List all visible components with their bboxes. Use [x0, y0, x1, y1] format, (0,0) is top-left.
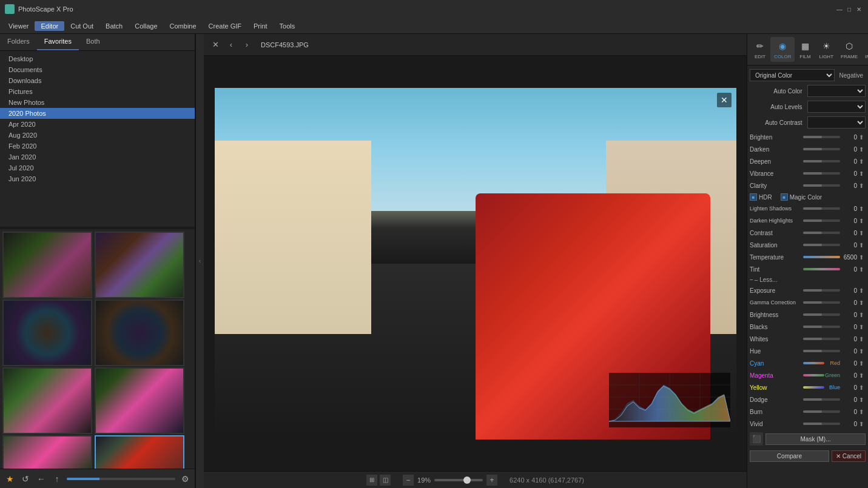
darken-track[interactable] — [803, 148, 840, 150]
saturation-arrow[interactable]: ⬆ — [857, 242, 866, 249]
settings-button[interactable]: ⚙ — [179, 473, 191, 485]
folder-2020-photos[interactable]: 2020 Photos — [0, 108, 195, 119]
yellow-blue-arrow[interactable]: ⬆ — [857, 384, 866, 391]
folder-new-photos[interactable]: New Photos — [0, 97, 195, 108]
folder-apr2020[interactable]: Apr 2020 — [0, 119, 195, 130]
star-button[interactable]: ★ — [4, 473, 16, 485]
dodge-arrow[interactable]: ⬆ — [857, 396, 866, 403]
film-tool-button[interactable]: ▦ FILM — [795, 37, 815, 62]
brightness-track[interactable] — [803, 313, 840, 316]
clarity-arrow[interactable]: ⬆ — [857, 182, 866, 189]
folder-jul2020[interactable]: Jul 2020 — [0, 162, 195, 173]
clarity-track[interactable] — [803, 184, 840, 187]
folder-feb2020[interactable]: Feb 2020 — [0, 141, 195, 152]
gamma-track[interactable] — [803, 301, 840, 304]
deepen-arrow[interactable]: ⬆ — [857, 158, 866, 165]
thumbnail-7[interactable] — [2, 435, 92, 469]
close-button[interactable]: ✕ — [855, 5, 863, 13]
exposure-arrow[interactable]: ⬆ — [857, 287, 866, 294]
folder-aug2020[interactable]: Aug 2020 — [0, 130, 195, 141]
deepen-track[interactable] — [803, 160, 840, 162]
edit-tool-button[interactable]: ✏ EDIT — [750, 37, 770, 62]
whites-arrow[interactable]: ⬆ — [857, 336, 866, 343]
vibrance-track[interactable] — [803, 172, 840, 175]
close-image-button[interactable]: ✕ — [209, 38, 222, 52]
folder-pictures[interactable]: Pictures — [0, 86, 195, 97]
prev-image-button[interactable]: ‹ — [224, 38, 238, 52]
saturation-track[interactable] — [803, 244, 840, 246]
zoom-in-button[interactable]: + — [486, 475, 497, 486]
compare-tool-button[interactable]: ◫ — [380, 475, 391, 486]
folder-documents[interactable]: Documents — [0, 64, 195, 75]
light-tool-button[interactable]: ☀ LIGHT — [815, 37, 837, 62]
thumbnail-8-selected[interactable] — [95, 435, 184, 469]
auto-color-select[interactable] — [807, 85, 866, 97]
menu-cutout[interactable]: Cut Out — [64, 21, 99, 31]
yellow-blue-track[interactable] — [803, 386, 824, 389]
magenta-green-arrow[interactable]: ⬆ — [857, 372, 866, 379]
lighten-shadows-arrow[interactable]: ⬆ — [857, 206, 866, 212]
menu-editor[interactable]: Editor — [35, 21, 64, 31]
vivid-track[interactable] — [803, 423, 840, 425]
menu-combine[interactable]: Combine — [164, 21, 203, 31]
crop-tool-button[interactable]: ⊞ — [366, 475, 377, 486]
tint-track[interactable] — [803, 268, 840, 270]
blacks-arrow[interactable]: ⬆ — [857, 324, 866, 330]
insert-tool-button[interactable]: ✦ INSERT — [861, 37, 868, 62]
zoom-thumb[interactable] — [463, 476, 471, 484]
auto-contrast-select[interactable] — [807, 116, 866, 129]
burn-arrow[interactable]: ⬆ — [857, 409, 866, 415]
less-btn[interactable]: − – Less... — [750, 276, 866, 283]
minimize-button[interactable]: — — [835, 5, 844, 13]
frame-tool-button[interactable]: ⬡ FRAME — [837, 37, 861, 62]
color-tool-button[interactable]: ◉ COLOR — [770, 37, 795, 62]
thumbnail-2[interactable] — [95, 232, 184, 298]
brighten-arrow[interactable]: ⬆ — [857, 134, 866, 141]
darken-highlights-track[interactable] — [803, 219, 840, 222]
hue-arrow[interactable]: ⬆ — [857, 348, 866, 355]
vibrance-arrow[interactable]: ⬆ — [857, 170, 866, 177]
mask-icon-button[interactable]: ⬛ — [750, 432, 763, 446]
hue-track[interactable] — [803, 350, 840, 352]
compare-button[interactable]: Compare — [750, 450, 829, 462]
color-mode-dropdown[interactable]: Original Color — [750, 69, 835, 81]
cyan-red-arrow[interactable]: ⬆ — [857, 360, 866, 367]
contrast-arrow[interactable]: ⬆ — [857, 230, 866, 236]
close-overlay-button[interactable]: ✕ — [717, 93, 732, 107]
brighten-track[interactable] — [803, 136, 840, 138]
temperature-arrow[interactable]: ⬆ — [857, 254, 866, 261]
auto-levels-select[interactable] — [807, 101, 866, 113]
rotate-button[interactable]: ↺ — [19, 473, 32, 485]
gamma-arrow[interactable]: ⬆ — [857, 299, 866, 306]
dodge-track[interactable] — [803, 398, 840, 401]
whites-track[interactable] — [803, 338, 840, 340]
thumbnail-1[interactable] — [2, 232, 92, 298]
cancel-button[interactable]: ✕ Cancel — [832, 450, 866, 462]
up-button[interactable]: ↑ — [51, 473, 63, 485]
zoom-slider[interactable] — [434, 479, 483, 481]
mask-button[interactable]: Mask (M)... — [765, 433, 866, 445]
burn-track[interactable] — [803, 410, 840, 413]
folder-desktop[interactable]: Desktop — [0, 53, 195, 64]
folder-jun2020[interactable]: Jun 2020 — [0, 173, 195, 184]
maximize-button[interactable]: □ — [845, 5, 853, 13]
lighten-shadows-track[interactable] — [803, 207, 840, 210]
brightness-arrow[interactable]: ⬆ — [857, 312, 866, 318]
menu-collage[interactable]: Collage — [129, 21, 163, 31]
collapse-panel-handle[interactable]: ‹ — [195, 34, 204, 488]
blacks-track[interactable] — [803, 326, 840, 328]
hdr-checkbox[interactable]: ■ HDR — [750, 193, 772, 201]
thumbnail-3[interactable] — [2, 299, 92, 366]
exposure-track[interactable] — [803, 289, 840, 292]
folder-jan2020[interactable]: Jan 2020 — [0, 152, 195, 162]
darken-arrow[interactable]: ⬆ — [857, 146, 866, 153]
vivid-arrow[interactable]: ⬆ — [857, 421, 866, 427]
thumbnail-6[interactable] — [95, 367, 184, 434]
contrast-track[interactable] — [803, 232, 840, 234]
zoom-out-button[interactable]: − — [403, 475, 414, 486]
menu-tools[interactable]: Tools — [274, 21, 301, 31]
tab-favorites[interactable]: Favorites — [37, 34, 79, 50]
back-button[interactable]: ← — [35, 473, 47, 485]
next-image-button[interactable]: › — [240, 38, 254, 52]
cyan-red-track[interactable] — [803, 362, 824, 364]
